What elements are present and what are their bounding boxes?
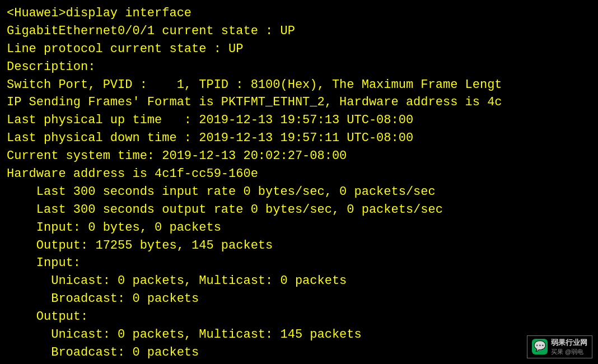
terminal-line: Input: 0 bytes, 0 packets	[7, 219, 591, 237]
terminal-line: Line protocol current state : UP	[7, 40, 591, 58]
terminal-output: <Huawei>display interfaceGigabitEthernet…	[7, 4, 591, 362]
terminal-window: <Huawei>display interfaceGigabitEthernet…	[0, 0, 598, 364]
terminal-line: <Huawei>display interface	[7, 4, 591, 22]
terminal-line: Broadcast: 0 packets	[7, 344, 591, 362]
terminal-line: Unicast: 0 packets, Multicast: 145 packe…	[7, 326, 591, 344]
terminal-line: Last 300 seconds input rate 0 bytes/sec,…	[7, 183, 591, 201]
watermark-sub: 买果 @弱电	[551, 348, 587, 356]
terminal-line: Current system time: 2019-12-13 20:02:27…	[7, 147, 591, 165]
watermark-brand: 弱果行业网	[551, 338, 587, 348]
watermark: 💬 弱果行业网 买果 @弱电	[527, 335, 592, 358]
terminal-line: Output: 17255 bytes, 145 packets	[7, 237, 591, 255]
terminal-line: GigabitEthernet0/0/1 current state : UP	[7, 22, 591, 40]
watermark-icon: 💬	[532, 339, 548, 354]
terminal-line: Hardware address is 4c1f-cc59-160e	[7, 165, 591, 183]
terminal-line: Last 300 seconds output rate 0 bytes/sec…	[7, 201, 591, 219]
terminal-line: Broadcast: 0 packets	[7, 290, 591, 308]
terminal-line: Last physical down time : 2019-12-13 19:…	[7, 129, 591, 147]
terminal-line: Input:	[7, 254, 591, 272]
terminal-line: Description:	[7, 58, 591, 76]
watermark-text: 弱果行业网 买果 @弱电	[551, 338, 587, 356]
terminal-line: Switch Port, PVID : 1, TPID : 8100(Hex),…	[7, 76, 591, 94]
terminal-line: Output:	[7, 308, 591, 326]
terminal-line: IP Sending Frames' Format is PKTFMT_ETHN…	[7, 94, 591, 111]
terminal-line: Unicast: 0 packets, Multicast: 0 packets	[7, 272, 591, 290]
terminal-line: Last physical up time : 2019-12-13 19:57…	[7, 111, 591, 129]
